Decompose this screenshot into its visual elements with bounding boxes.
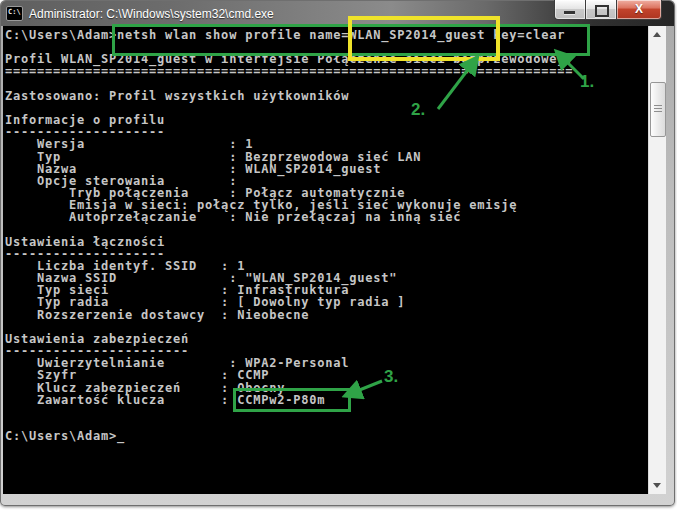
scroll-up-icon (653, 32, 661, 37)
window-controls: X (554, 0, 662, 20)
maximize-icon (595, 5, 609, 17)
scroll-down-button[interactable] (649, 477, 666, 494)
cmd-icon (6, 6, 23, 21)
scroll-up-button[interactable] (649, 26, 666, 43)
scrollbar-grip-icon (654, 105, 662, 113)
minimize-icon (564, 11, 575, 14)
scroll-down-icon (653, 483, 661, 488)
console-text: C:\Users\Adam>netsh wlan show profile na… (3, 26, 648, 442)
scrollbar-thumb[interactable] (650, 82, 666, 137)
scrollbar[interactable] (648, 26, 666, 494)
window-title: Administrator: C:\Windows\system32\cmd.e… (29, 7, 274, 21)
minimize-button[interactable] (554, 0, 585, 20)
close-icon: X (617, 1, 661, 17)
close-button[interactable]: X (617, 0, 662, 20)
maximize-button[interactable] (585, 0, 617, 20)
console-output[interactable]: C:\Users\Adam>netsh wlan show profile na… (3, 26, 648, 494)
cmd-window: Administrator: C:\Windows\system32\cmd.e… (0, 0, 675, 506)
